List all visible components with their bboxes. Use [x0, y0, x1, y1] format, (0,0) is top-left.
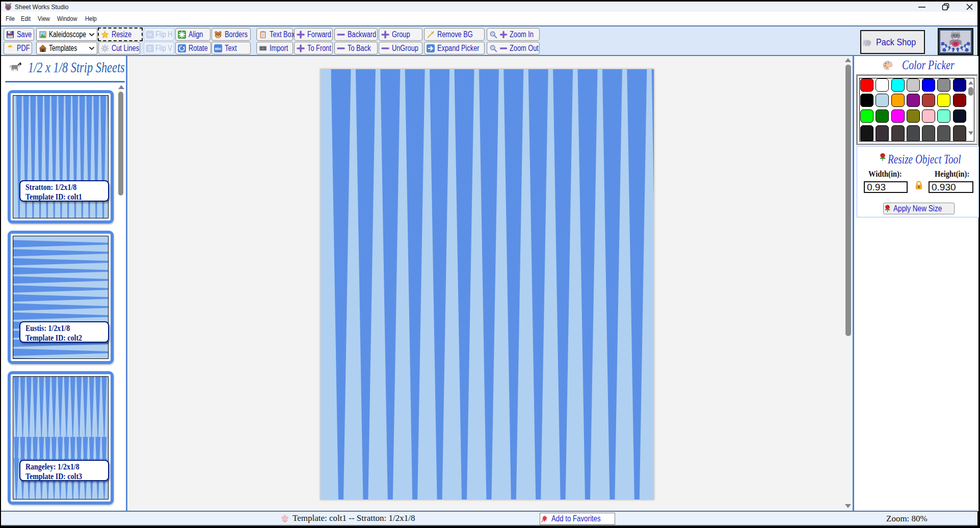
svg-text:abc: abc — [215, 47, 221, 51]
